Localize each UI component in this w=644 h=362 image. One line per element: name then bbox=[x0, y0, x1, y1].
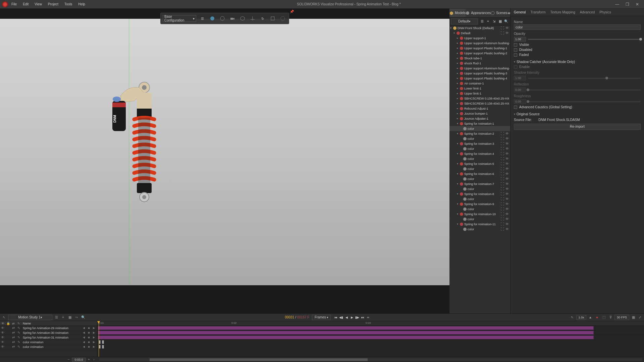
tree-item[interactable]: color bbox=[449, 126, 510, 131]
menu-file[interactable]: File bbox=[11, 2, 17, 6]
tree-item[interactable]: ▸Upper support Plastic bushing-2 bbox=[449, 51, 510, 56]
tree-item[interactable]: color⛶👁 bbox=[449, 146, 510, 151]
fit-icon[interactable]: ⛶ bbox=[501, 222, 505, 226]
fit-icon[interactable]: ⛶ bbox=[501, 26, 505, 30]
proptab-advanced[interactable]: Advanced bbox=[580, 10, 595, 14]
reflection-field[interactable] bbox=[514, 87, 526, 92]
fit-icon[interactable]: ⛶ bbox=[501, 212, 505, 216]
visibility-icon[interactable]: 👁 bbox=[505, 177, 509, 181]
visibility-icon[interactable]: 👁 bbox=[505, 157, 509, 161]
fit-icon[interactable]: ⛶ bbox=[501, 207, 505, 211]
marker-icon[interactable]: ▲ bbox=[588, 315, 593, 320]
play-reverse-icon[interactable]: ◀ bbox=[344, 315, 349, 320]
tree-item[interactable]: ▸Air container-1 bbox=[449, 81, 510, 86]
refresh-icon[interactable]: ↻ bbox=[259, 14, 267, 22]
menu-help[interactable]: Help bbox=[78, 2, 85, 6]
grid-icon[interactable]: ▦ bbox=[497, 19, 503, 24]
tree-item[interactable]: ▸Upper support Plastic bushing-3 bbox=[449, 71, 510, 76]
name-field[interactable] bbox=[514, 24, 641, 30]
visibility-icon[interactable]: 👁 bbox=[505, 202, 509, 206]
expand-icon[interactable]: ⤢ bbox=[637, 315, 643, 320]
record-icon[interactable]: ● bbox=[594, 315, 600, 320]
tree-item[interactable]: ▸Upper support Plastic bushing-1 bbox=[449, 46, 510, 51]
tab-appearances[interactable]: Appearances bbox=[466, 9, 491, 17]
list-icon[interactable]: ☰ bbox=[54, 315, 59, 320]
filter-icon[interactable]: ⊽ bbox=[608, 315, 613, 320]
list-view-icon[interactable]: ☰ bbox=[479, 19, 485, 24]
tree-item[interactable]: color⛶👁 bbox=[449, 217, 510, 222]
visibility-icon[interactable]: 👁 bbox=[505, 152, 509, 156]
tree-item[interactable]: color⛶👁 bbox=[449, 227, 510, 232]
visibility-icon[interactable]: 👁 bbox=[505, 217, 509, 221]
pointer2-icon[interactable]: ↖ bbox=[570, 315, 575, 320]
tree-item[interactable]: ▾Spring for Animation-4⛶👁 bbox=[449, 151, 510, 156]
fit-icon[interactable]: ⛶ bbox=[501, 197, 505, 201]
key-icon[interactable]: ◆ bbox=[87, 331, 91, 335]
fit-icon[interactable]: ⛶ bbox=[501, 167, 505, 171]
timeline-track[interactable] bbox=[97, 335, 644, 340]
tree-item[interactable]: ▸Shock tube-1 bbox=[449, 56, 510, 61]
fit-icon[interactable]: ⛶ bbox=[501, 192, 505, 196]
fit-icon[interactable]: ⛶ bbox=[501, 147, 505, 151]
fit-icon[interactable]: ⛶ bbox=[501, 31, 505, 35]
camera-icon[interactable] bbox=[228, 14, 236, 22]
prev-key-icon[interactable]: ◀ bbox=[82, 326, 86, 330]
next-key-icon[interactable]: ▶ bbox=[92, 340, 96, 344]
timeline-track[interactable] bbox=[97, 345, 644, 349]
tree-item[interactable]: ▾DNM Front Shock (Default)⛶👁 bbox=[449, 25, 510, 31]
fit-icon[interactable]: ⛶ bbox=[501, 172, 505, 176]
tree-item[interactable]: color⛶👁 bbox=[449, 196, 510, 201]
faded-checkbox[interactable] bbox=[514, 53, 517, 57]
playback-speed[interactable]: 1.0x bbox=[576, 315, 586, 320]
visibility-icon[interactable]: 👁 bbox=[505, 142, 509, 146]
fit-icon[interactable]: ⛶ bbox=[501, 182, 505, 186]
zoom-time-field[interactable] bbox=[72, 358, 86, 362]
tree-item[interactable]: color⛶👁 bbox=[449, 176, 510, 181]
timeline-track-row[interactable]: 👁⇄✎Spring for Animation-29 Animation◀◆▶ bbox=[0, 326, 97, 330]
fit-icon[interactable]: ⛶ bbox=[501, 142, 505, 146]
visibility-icon[interactable]: 👁 bbox=[505, 197, 509, 201]
key-icon[interactable]: ◆ bbox=[87, 336, 91, 340]
time-mode-dropdown[interactable]: Frames ▾ bbox=[312, 315, 331, 320]
reimport-button[interactable]: Re-import bbox=[514, 124, 641, 130]
pointer-tool-icon[interactable]: ↖ bbox=[1, 315, 7, 320]
configuration-dropdown[interactable]: Base Configuration▾ bbox=[163, 15, 196, 22]
tree-item[interactable]: ▸Rebound Adjust-1 bbox=[449, 106, 510, 111]
tree-item[interactable]: ▸Lower limit-1 bbox=[449, 86, 510, 91]
tree-item[interactable]: ▸Upper limit-1 bbox=[449, 91, 510, 96]
visibility-icon[interactable]: 👁 bbox=[505, 167, 509, 171]
timeline-track-row[interactable]: 👁⇄✎color Animation◀◆▶ bbox=[0, 340, 97, 345]
tree-item[interactable]: ▾Default⛶👁 bbox=[449, 31, 510, 36]
original-source-section[interactable]: Original Source bbox=[514, 112, 641, 116]
tree-item[interactable]: color⛶👁 bbox=[449, 156, 510, 161]
tree-item[interactable]: ▾Spring for Animation-7⛶👁 bbox=[449, 181, 510, 186]
proptab-transform[interactable]: Transform bbox=[531, 10, 546, 14]
visibility-icon[interactable]: 👁 bbox=[505, 222, 509, 226]
reflection-slider[interactable] bbox=[528, 89, 641, 90]
visibility-icon[interactable]: 👁 bbox=[505, 137, 509, 141]
add-icon[interactable]: + bbox=[485, 19, 491, 24]
tree-item[interactable]: color⛶👁 bbox=[449, 136, 510, 141]
menu-view[interactable]: View bbox=[35, 2, 42, 6]
tree-item[interactable]: ▸SBHCSCREW 0.138-40x0.25-HX-N-3 bbox=[449, 96, 510, 101]
add-keyframe-icon[interactable]: + bbox=[60, 315, 66, 320]
tree-item[interactable]: ▸Upper support-1 bbox=[449, 36, 510, 41]
tree-item[interactable]: ▸Jounce bumper-1 bbox=[449, 111, 510, 116]
fit-icon[interactable]: ⛶ bbox=[501, 187, 505, 191]
loop-icon[interactable]: ∞ bbox=[366, 315, 370, 320]
visible-checkbox[interactable] bbox=[514, 43, 517, 47]
proptab-general[interactable]: General bbox=[514, 10, 526, 14]
maximize-button[interactable]: ❐ bbox=[623, 1, 632, 8]
visibility-icon[interactable]: 👁 bbox=[505, 132, 509, 136]
next-key-icon[interactable]: ▶ bbox=[92, 326, 96, 330]
render-view[interactable]: DNM bbox=[0, 19, 449, 285]
prev-key-icon[interactable]: ◀ bbox=[82, 331, 86, 335]
tree-item[interactable]: ▾Spring for Animation-2⛶👁 bbox=[449, 131, 510, 136]
tree-item[interactable]: color⛶👁 bbox=[449, 206, 510, 212]
tree-item[interactable]: ▸SBHCSCREW 0.138-40x0.25-HX-N-4 bbox=[449, 101, 510, 106]
key-icon[interactable]: ◆ bbox=[87, 340, 91, 344]
tree-item[interactable]: ▾Spring for Animation-10⛶👁 bbox=[449, 212, 510, 217]
step-forward-icon[interactable]: ▮▶ bbox=[355, 315, 360, 320]
disabled-checkbox[interactable] bbox=[514, 48, 517, 52]
menu-tools[interactable]: Tools bbox=[64, 2, 72, 6]
